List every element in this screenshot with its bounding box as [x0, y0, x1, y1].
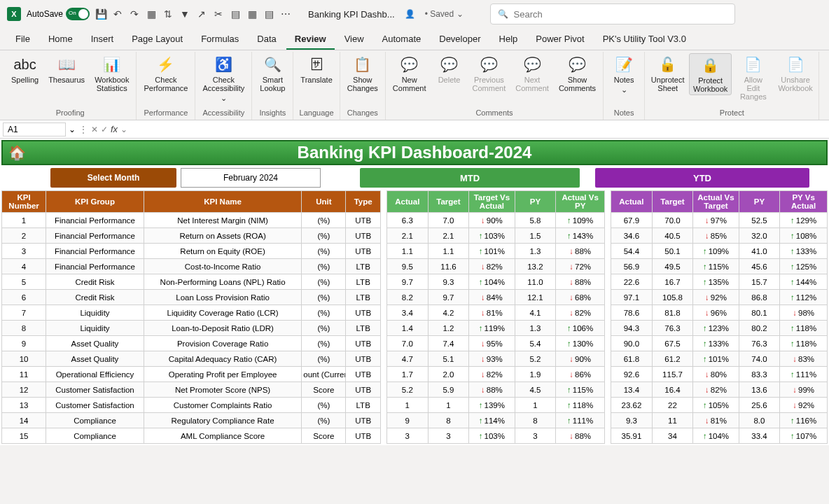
table-row[interactable]: 12Customer SatisfactionNet Promoter Scor… [2, 382, 828, 398]
group-label-comments: Comments [475, 107, 513, 120]
home-icon[interactable]: 🏠 [8, 144, 26, 161]
undo-icon[interactable]: ↶ [112, 8, 123, 20]
table-row[interactable]: 15ComplianceAML Compliance ScoreScoreUTB… [2, 428, 828, 444]
autosave-toggle[interactable]: AutoSave On [27, 8, 90, 20]
qat-table2-icon[interactable]: ▦ [246, 8, 258, 20]
th-ytd-actual[interactable]: Actual [611, 191, 653, 213]
delete-comment-button[interactable]: 💬Delete [432, 53, 467, 85]
table-row[interactable]: 4Financial PerformanceCost-to-Income Rat… [2, 259, 828, 274]
tab-pk-s-utility-tool-v3-0[interactable]: PK's Utility Tool V3.0 [594, 29, 695, 50]
th-mtd-target[interactable]: Target [428, 191, 469, 213]
tab-review[interactable]: Review [286, 29, 335, 50]
table-row[interactable]: 6Credit RiskLoan Loss Provision Ratio(%)… [2, 290, 828, 305]
th-mtd-avp[interactable]: Actual VsPY [556, 191, 605, 213]
hide-ink-button[interactable]: ✒HideInk [822, 53, 829, 94]
qat-table-icon[interactable]: ▤ [230, 8, 241, 20]
arrow-up-icon: ↑ [790, 416, 795, 425]
unprotect-sheet-button[interactable]: 🔓UnprotectSheet [648, 53, 688, 94]
enter-icon[interactable]: ✓ [101, 125, 108, 134]
user-icon[interactable]: 👤 [405, 9, 415, 19]
table-row[interactable]: 8LiquidityLoan-to-Deposit Ratio (LDR)(%)… [2, 321, 828, 336]
th-mtd-py[interactable]: PY [515, 191, 556, 213]
show-changes-button[interactable]: 📋ShowChanges [343, 53, 382, 94]
qat-filter-icon[interactable]: ▼ [179, 8, 190, 20]
search-input[interactable] [514, 9, 727, 20]
table-row[interactable]: 3Financial PerformanceReturn on Equity (… [2, 244, 828, 259]
arrow-down-icon: ↓ [569, 432, 573, 440]
qat-share-icon[interactable]: ↗ [196, 8, 207, 20]
redo-icon[interactable]: ↷ [129, 8, 140, 20]
previous-comment-button[interactable]: 💬PreviousComment [468, 53, 510, 94]
toggle-switch-icon[interactable]: On [66, 8, 90, 20]
tab-insert[interactable]: Insert [83, 29, 123, 50]
arrow-down-icon: ↓ [569, 370, 573, 379]
worksheet-area[interactable]: 🏠 Banking KPI Dashboard-2024 Select Mont… [0, 139, 829, 445]
new-comment-button[interactable]: 💬NewComment [389, 53, 431, 94]
tab-page-layout[interactable]: Page Layout [123, 29, 191, 50]
th-ytd-target[interactable]: Target [652, 191, 693, 213]
smart-lookup-button[interactable]: 🔍SmartLookup [255, 53, 290, 94]
arrow-down-icon: ↓ [569, 278, 573, 286]
tab-help[interactable]: Help [491, 29, 527, 50]
protect-workbook-button[interactable]: 🔒ProtectWorkbook [689, 53, 732, 95]
tab-automate[interactable]: Automate [374, 29, 430, 50]
table-row[interactable]: 13Customer SatisfactionCustomer Complain… [2, 398, 828, 413]
thesaurus-button[interactable]: 📖Thesaurus [44, 53, 89, 85]
table-row[interactable]: 9Asset QualityProvision Coverage Ratio(%… [2, 336, 828, 351]
arrow-down-icon: ↓ [569, 247, 573, 255]
allow-edit-ranges-button[interactable]: 📄Allow EditRanges [733, 53, 774, 102]
th-type[interactable]: Type [346, 191, 381, 213]
select-month-dropdown[interactable]: February 2024 [181, 168, 321, 188]
check-accessibility-button[interactable]: ♿CheckAccessibility ⌄ [198, 53, 249, 104]
table-row[interactable]: 7LiquidityLiquidity Coverage Ratio (LCR)… [2, 305, 828, 321]
spelling-button[interactable]: abcSpelling [7, 53, 43, 85]
fx-icon[interactable]: fx [111, 124, 118, 134]
qat-sort-icon[interactable]: ⇅ [162, 8, 174, 20]
tab-home[interactable]: Home [40, 29, 81, 50]
table-row[interactable]: 10Asset QualityCapital Adequacy Ratio (C… [2, 351, 828, 367]
check-performance-button[interactable]: ⚡CheckPerformance [139, 53, 192, 94]
th-mtd-actual[interactable]: Actual [387, 191, 429, 213]
th-ytd-avt[interactable]: Actual VsTarget [693, 191, 739, 213]
table-row[interactable]: 5Credit RiskNon-Performing Loans (NPL) R… [2, 274, 828, 290]
qat-cut-icon[interactable]: ✂ [213, 8, 224, 20]
arrow-up-icon: ↑ [703, 355, 707, 363]
arrow-up-icon: ↑ [790, 232, 795, 240]
th-ytd-pva[interactable]: PY VsActual [780, 191, 828, 213]
show-comments-button[interactable]: 💬ShowComments [555, 53, 600, 94]
qat-calc-icon[interactable]: ▤ [263, 8, 274, 20]
th-kpi-group[interactable]: KPI Group [46, 191, 144, 213]
name-box-dropdown-icon[interactable]: ⌄ [69, 125, 76, 134]
notes-icon: 📝 [614, 55, 634, 74]
arrow-up-icon: ↑ [479, 232, 483, 240]
tab-data[interactable]: Data [249, 29, 284, 50]
table-row[interactable]: 2Financial PerformanceReturn on Assets (… [2, 228, 828, 244]
tab-file[interactable]: File [7, 29, 39, 50]
qat-more-icon[interactable]: ⋯ [280, 8, 291, 20]
th-kpi-name[interactable]: KPI Name [144, 191, 301, 213]
th-mtd-tva[interactable]: Target VsActual [469, 191, 515, 213]
qat-borders-icon[interactable]: ▦ [146, 8, 157, 20]
table-row[interactable]: 14ComplianceRegulatory Compliance Rate(%… [2, 413, 828, 428]
tab-formulas[interactable]: Formulas [193, 29, 247, 50]
unshare-workbook-button[interactable]: 📄UnshareWorkbook [775, 53, 816, 94]
translate-button[interactable]: 🈂Translate [296, 53, 336, 85]
table-row[interactable]: 11Operational EfficiencyOperating Profit… [2, 367, 828, 382]
workbook-stats-button[interactable]: 📊WorkbookStatistics [90, 53, 133, 94]
next-comment-button[interactable]: 💬NextComment [511, 53, 553, 94]
th-unit[interactable]: Unit [302, 191, 346, 213]
tab-developer[interactable]: Developer [431, 29, 489, 50]
notes-button[interactable]: 📝Notes ⌄ [606, 53, 641, 96]
arrow-up-icon: ↑ [479, 416, 483, 425]
table-row[interactable]: 1Financial PerformanceNet Interest Margi… [2, 213, 828, 228]
tab-power-pivot[interactable]: Power Pivot [527, 29, 592, 50]
th-ytd-py[interactable]: PY [739, 191, 780, 213]
fx-dropdown-icon[interactable]: ⌄ [120, 125, 127, 134]
tab-view[interactable]: View [336, 29, 372, 50]
cancel-icon[interactable]: ✕ [91, 125, 98, 134]
saved-status[interactable]: • Saved ⌄ [425, 9, 464, 19]
name-box[interactable]: A1 [3, 122, 66, 136]
search-box[interactable]: 🔍 [490, 4, 735, 24]
save-icon[interactable]: 💾 [95, 8, 106, 20]
th-kpi-number[interactable]: KPINumber [2, 191, 46, 213]
